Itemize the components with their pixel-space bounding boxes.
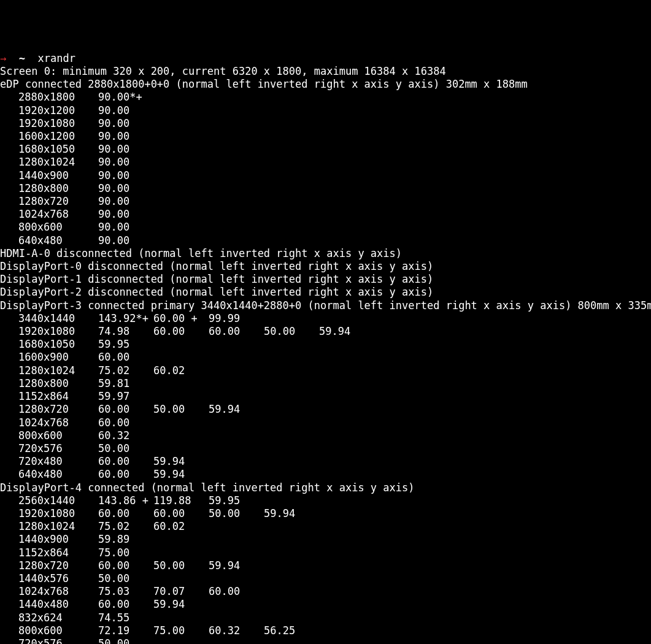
mode-line: 1680x105090.00 [0,143,651,156]
mode-rate: 90.00 [98,221,153,234]
mode-line: 1920x108090.00 [0,117,651,130]
mode-rate: 60.00 [209,585,264,598]
screen-info-line: Screen 0: minimum 320 x 200, current 632… [0,65,651,78]
mode-rate: 60.02 [153,364,209,377]
mode-rate: 90.00 [98,143,153,156]
mode-rate: 75.03 [98,585,153,598]
mode-resolution: 1280x720 [0,559,98,572]
mode-rate: 75.02 [98,364,153,377]
mode-line: 1920x108060.0060.0050.0059.94 [0,507,651,520]
mode-resolution: 1680x1050 [0,143,98,156]
mode-rate: 74.98 [98,325,153,338]
mode-resolution: 1680x1050 [0,338,98,351]
mode-resolution: 1600x1200 [0,130,98,143]
mode-line: 1440x57650.00 [0,572,651,585]
mode-rate: 56.25 [264,624,319,637]
mode-rates: 75.0260.02 [98,520,209,533]
mode-rate: 60.00 [98,351,153,364]
mode-rate: 90.00 [98,195,153,208]
mode-rates: 60.00 [98,416,153,429]
mode-rate: 60.00 [98,559,153,572]
mode-rates: 90.00 [98,221,153,234]
mode-resolution: 2880x1800 [0,91,98,104]
mode-resolution: 1280x720 [0,403,98,416]
command-text: xrandr [37,52,75,64]
output-header-DisplayPort-3: DisplayPort-3 connected primary 3440x144… [0,299,651,312]
mode-resolution: 1024x768 [0,416,98,429]
mode-resolution: 1920x1080 [0,117,98,130]
mode-resolution: 1280x1024 [0,364,98,377]
mode-rates: 60.0059.94 [98,598,209,611]
mode-line: 1600x90060.00 [0,351,651,364]
mode-rate: 59.95 [98,338,153,351]
mode-rate: 60.00 [153,325,209,338]
mode-line: 3440x1440143.92*+60.00 +99.99 [0,312,651,325]
mode-line: 720x57650.00 [0,637,651,644]
output-header-DisplayPort-4: DisplayPort-4 connected (normal left inv… [0,481,651,494]
prompt-arrow-icon: → [0,52,6,64]
mode-resolution: 800x600 [0,624,98,637]
mode-rates: 90.00 [98,143,153,156]
mode-rate: 50.00 [98,637,153,644]
mode-rate: 50.00 [264,325,319,338]
mode-line: 720x48060.0059.94 [0,455,651,468]
mode-rates: 90.00 [98,208,153,221]
mode-rate: 60.00 [209,325,264,338]
mode-line: 1024x76890.00 [0,208,651,221]
mode-rates: 75.0260.02 [98,364,209,377]
mode-rates: 143.86 +119.8859.95 [98,494,264,507]
mode-rates: 90.00 [98,117,153,130]
mode-rate: 60.02 [153,520,209,533]
mode-rate: 60.00 [98,416,153,429]
mode-rates: 60.0059.94 [98,455,209,468]
mode-line: 1280x102490.00 [0,156,651,169]
mode-line: 1024x76875.0370.0760.00 [0,585,651,598]
mode-line: 720x57650.00 [0,442,651,455]
mode-line: 800x60072.1975.0060.3256.25 [0,624,651,637]
mode-rate: 59.95 [209,494,264,507]
mode-line: 1600x120090.00 [0,130,651,143]
mode-rates: 60.0059.94 [98,468,209,481]
mode-rate: 59.81 [98,377,153,390]
mode-line: 1280x80059.81 [0,377,651,390]
mode-rates: 75.00 [98,546,153,559]
mode-line: 1920x108074.9860.0060.0050.0059.94 [0,325,651,338]
mode-resolution: 1280x720 [0,195,98,208]
output-header-DisplayPort-2: DisplayPort-2 disconnected (normal left … [0,286,651,299]
mode-rate: 90.00 [98,169,153,182]
mode-line: 1280x72060.0050.0059.94 [0,559,651,572]
mode-rate: 59.89 [98,533,153,546]
terminal-output[interactable]: → ~ xrandrScreen 0: minimum 320 x 200, c… [0,52,651,644]
mode-rate: 75.00 [98,546,153,559]
mode-rate: 60.32 [209,624,264,637]
mode-rate: 50.00 [209,507,264,520]
output-header-DisplayPort-0: DisplayPort-0 disconnected (normal left … [0,260,651,273]
mode-line: 1440x48060.0059.94 [0,598,651,611]
mode-rate: 60.00 + [153,312,209,325]
mode-rate: 72.19 [98,624,153,637]
mode-resolution: 1024x768 [0,208,98,221]
mode-rates: 60.0050.0059.94 [98,403,264,416]
mode-resolution: 1920x1080 [0,507,98,520]
mode-rates: 90.00*+ [98,91,153,104]
output-header-HDMI-A-0: HDMI-A-0 disconnected (normal left inver… [0,247,651,260]
mode-rate: 50.00 [153,559,209,572]
mode-line: 1680x105059.95 [0,338,651,351]
mode-rates: 59.89 [98,533,153,546]
mode-line: 800x60090.00 [0,221,651,234]
mode-rates: 59.81 [98,377,153,390]
mode-rate: 60.00 [98,507,153,520]
mode-rate: 50.00 [98,572,153,585]
mode-rate: 59.94 [209,403,264,416]
mode-rate: 90.00 [98,208,153,221]
mode-rate: 60.00 [98,403,153,416]
mode-line: 640x48090.00 [0,234,651,247]
mode-resolution: 2560x1440 [0,494,98,507]
mode-rates: 50.00 [98,572,153,585]
mode-rate: 75.02 [98,520,153,533]
mode-resolution: 1280x800 [0,182,98,195]
mode-rate: 59.94 [319,325,374,338]
mode-rate: 90.00 [98,156,153,169]
mode-rate: 59.94 [209,559,264,572]
mode-line: 1280x72060.0050.0059.94 [0,403,651,416]
